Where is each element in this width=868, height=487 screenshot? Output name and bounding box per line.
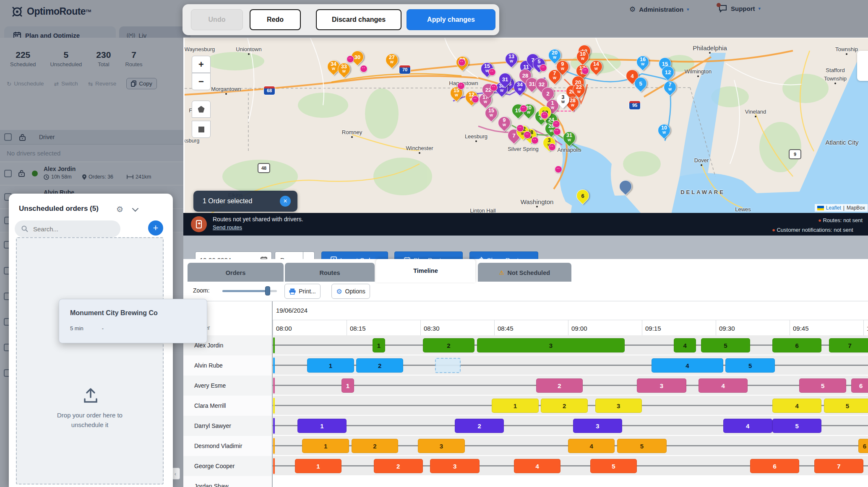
map-marker[interactable]: 16W bbox=[636, 55, 649, 71]
route-stop-block[interactable]: 1 bbox=[297, 419, 347, 433]
route-stop-block[interactable]: 6 bbox=[858, 439, 868, 453]
map-marker[interactable]: 10W bbox=[657, 124, 671, 140]
map-side-panel-handle[interactable] bbox=[857, 51, 868, 81]
cluster-marker[interactable]: ·· bbox=[540, 64, 547, 72]
route-stop-block[interactable]: 4 bbox=[514, 459, 560, 473]
print-button[interactable]: Print... bbox=[284, 284, 321, 299]
apply-changes-button[interactable]: Apply changes bbox=[407, 9, 495, 30]
route-stop-block[interactable]: 4 bbox=[674, 338, 696, 352]
route-stop-block[interactable]: 3 bbox=[573, 419, 622, 433]
redo-button[interactable]: Redo bbox=[250, 9, 301, 30]
cluster-marker[interactable]: ·· bbox=[548, 143, 556, 151]
map-marker[interactable] bbox=[619, 180, 632, 196]
gear-icon[interactable]: ⚙ bbox=[116, 205, 123, 214]
cluster-marker[interactable]: ·· bbox=[347, 55, 354, 63]
map-marker[interactable]: 31W bbox=[563, 131, 576, 147]
route-stop-block[interactable]: 2 bbox=[374, 459, 423, 473]
route-stop-block[interactable]: 6 bbox=[750, 459, 799, 473]
route-stop-block[interactable]: 2 bbox=[423, 338, 474, 352]
map-marker[interactable]: 3W bbox=[556, 93, 570, 109]
route-stop-block[interactable]: 3 bbox=[637, 378, 686, 393]
discard-changes-button[interactable]: Discard changes bbox=[316, 9, 401, 30]
route-stop-block[interactable]: 2 bbox=[455, 419, 504, 433]
map-marker[interactable]: 5 bbox=[634, 77, 647, 93]
map-marker[interactable]: 7W bbox=[548, 69, 561, 85]
send-routes-link[interactable]: Send routes bbox=[213, 224, 242, 231]
cluster-marker[interactable]: ·· bbox=[541, 111, 548, 119]
route-stop-block[interactable]: 5 bbox=[617, 439, 666, 453]
route-stop-block[interactable]: 5 bbox=[824, 399, 868, 413]
route-stop-block[interactable]: 3 bbox=[477, 338, 625, 352]
cluster-marker[interactable]: ·· bbox=[458, 59, 466, 66]
route-stop-block[interactable]: 1 bbox=[302, 439, 349, 453]
route-stop-block[interactable]: 3 bbox=[595, 399, 642, 413]
route-stop-block[interactable]: 4 bbox=[723, 419, 772, 433]
route-stop-block[interactable]: 5 bbox=[701, 338, 750, 352]
route-stop-block[interactable]: 2 bbox=[352, 439, 398, 453]
cluster-marker[interactable]: ·· bbox=[553, 120, 560, 128]
route-stop-block[interactable]: 1 bbox=[492, 399, 538, 413]
route-stop-block[interactable]: 2 bbox=[356, 358, 403, 373]
search-box[interactable] bbox=[15, 220, 120, 237]
map-marker[interactable]: 20W bbox=[548, 49, 561, 65]
route-stop-block[interactable]: 3 bbox=[430, 459, 479, 473]
route-stop-block[interactable]: 4 bbox=[652, 358, 723, 373]
options-button[interactable]: ⚙ Options bbox=[331, 284, 370, 299]
zoom-slider-track[interactable] bbox=[222, 290, 277, 292]
undo-button[interactable]: Undo bbox=[191, 9, 243, 30]
route-stop-block[interactable]: 1 bbox=[307, 358, 354, 373]
route-stop-block[interactable]: 1 bbox=[341, 378, 354, 393]
map-marker[interactable]: 31 bbox=[498, 73, 512, 88]
route-stop-block[interactable]: 4 bbox=[772, 399, 821, 413]
mapbox-link[interactable]: MapBox bbox=[847, 205, 865, 211]
route-stop-block[interactable]: 7 bbox=[814, 459, 863, 473]
cluster-marker[interactable]: ·· bbox=[524, 131, 531, 139]
rectangle-select-button[interactable] bbox=[192, 121, 211, 138]
route-stop-block[interactable]: 3 bbox=[418, 439, 464, 453]
cluster-marker[interactable]: ·· bbox=[581, 67, 589, 75]
map-marker[interactable]: 27W bbox=[385, 53, 399, 69]
cluster-marker[interactable]: ·· bbox=[472, 96, 479, 103]
unschedule-dropzone[interactable]: Drop your order here to unschedule it bbox=[16, 237, 164, 484]
zoom-in-button[interactable]: + bbox=[192, 56, 211, 73]
map-marker[interactable]: 10W bbox=[576, 50, 589, 66]
route-stop-block[interactable]: 6 bbox=[772, 338, 821, 352]
tab-timeline[interactable]: Timeline bbox=[376, 259, 475, 282]
map-marker[interactable]: 6 bbox=[576, 189, 589, 205]
route-stop-block[interactable]: 4 bbox=[568, 439, 615, 453]
add-order-button[interactable]: + bbox=[148, 220, 163, 236]
map-marker[interactable]: 15W bbox=[485, 106, 498, 122]
route-stop-block[interactable]: 4 bbox=[699, 378, 748, 393]
route-stop-block[interactable]: 5 bbox=[590, 459, 637, 473]
cluster-marker[interactable]: ·· bbox=[490, 84, 498, 91]
cluster-marker[interactable]: ·· bbox=[516, 124, 524, 132]
route-stop-block[interactable]: 1 bbox=[295, 459, 341, 473]
cluster-marker[interactable]: ·· bbox=[360, 65, 368, 73]
tab-orders[interactable]: Orders bbox=[188, 263, 284, 282]
polygon-select-button[interactable] bbox=[192, 101, 211, 118]
cluster-marker[interactable]: ·· bbox=[457, 82, 465, 90]
map-marker[interactable]: 7W bbox=[663, 80, 677, 96]
route-stop-block[interactable]: 6 bbox=[851, 378, 868, 393]
map[interactable]: WaynesburgUniontownMorgantownFairmontCla… bbox=[183, 37, 868, 214]
route-stop-block[interactable]: 5 bbox=[772, 419, 821, 433]
map-marker[interactable]: 33W bbox=[337, 62, 351, 78]
close-icon[interactable]: × bbox=[280, 196, 291, 207]
route-stop-block[interactable]: 1 bbox=[373, 338, 385, 352]
chevron-down-icon[interactable] bbox=[132, 205, 139, 212]
tab-not-scheduled[interactable]: ⚠ Not Scheduled bbox=[478, 263, 571, 282]
route-stop-block[interactable]: 5 bbox=[725, 358, 774, 373]
route-stop-block[interactable]: 5 bbox=[799, 378, 846, 393]
cluster-marker[interactable]: ·· bbox=[488, 68, 496, 76]
tab-routes[interactable]: Routes bbox=[285, 263, 375, 282]
cluster-marker[interactable]: ·· bbox=[520, 105, 527, 112]
search-input[interactable] bbox=[32, 225, 109, 233]
map-marker[interactable]: 13W bbox=[505, 52, 518, 68]
cluster-marker[interactable]: ·· bbox=[531, 137, 539, 144]
route-stop-block[interactable]: 2 bbox=[541, 399, 587, 413]
leaflet-link[interactable]: Leaflet bbox=[826, 205, 841, 211]
map-marker[interactable]: 14W bbox=[589, 60, 603, 76]
order-drag-card[interactable]: Monument City Brewing Co 5 min- bbox=[59, 299, 207, 343]
cluster-marker[interactable]: ·· bbox=[555, 166, 562, 173]
zoom-slider-handle[interactable] bbox=[265, 286, 270, 295]
